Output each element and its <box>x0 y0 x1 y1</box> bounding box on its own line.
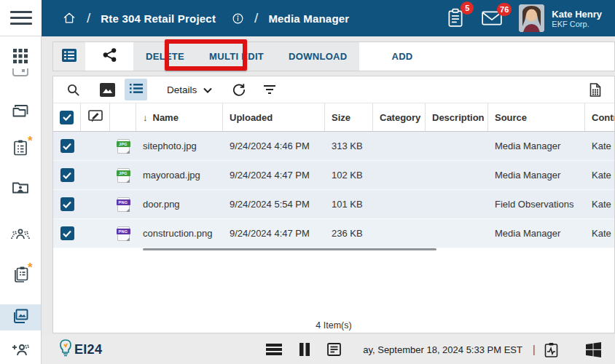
column-header-category[interactable]: Category <box>373 103 426 131</box>
delete-button[interactable]: DELETE <box>133 42 197 71</box>
file-description <box>426 161 488 189</box>
top-navigation-bar: / Rte 304 Retail Project / Media Manager… <box>42 0 615 36</box>
mail-badge: 76 <box>497 3 512 16</box>
sidebar-item-team[interactable] <box>0 224 41 249</box>
row-checkbox[interactable] <box>60 168 74 182</box>
share-button[interactable] <box>85 42 133 71</box>
search-button[interactable] <box>66 83 80 97</box>
column-header-name[interactable]: ↓ Name <box>136 103 223 131</box>
table-row[interactable]: PNG construction.png 9/24/2024 4:47 PM 2… <box>53 219 614 248</box>
file-contributor: Kate H <box>585 219 614 248</box>
breadcrumb-page[interactable]: Media Manager <box>268 12 349 25</box>
taskbar-datetime: ay, September 18, 2024 5:33 PM EST <box>363 344 522 355</box>
file-contributor: Kate H <box>585 161 614 189</box>
file-source: Media Manager <box>488 132 585 160</box>
png-file-icon: PNG <box>117 197 130 212</box>
file-category <box>373 161 426 189</box>
view-mode-select[interactable]: Details <box>167 84 212 95</box>
partially-visible-icon <box>12 67 29 80</box>
sidebar-item-reports[interactable]: * <box>0 264 41 288</box>
tasks-badge: 5 <box>461 1 474 15</box>
column-header-size[interactable]: Size <box>325 103 373 131</box>
notification-asterisk: * <box>28 261 33 275</box>
add-person-icon <box>11 342 30 361</box>
sidebar-item-add-user[interactable] <box>0 339 41 364</box>
row-checkbox[interactable] <box>60 197 74 211</box>
row-checkbox[interactable] <box>60 226 74 240</box>
breadcrumb-project[interactable]: Rte 304 Retail Project <box>101 12 216 25</box>
table-row[interactable]: JPG sitephoto.jpg 9/24/2024 4:46 PM 313 … <box>53 132 614 161</box>
jpg-file-icon: JPG <box>117 139 130 154</box>
refresh-button[interactable] <box>232 83 246 96</box>
file-uploaded: 9/24/2024 4:47 PM <box>223 219 325 248</box>
details-view-button[interactable] <box>125 79 147 100</box>
file-name: door.png <box>136 190 223 218</box>
user-name: Kate Henry <box>552 9 602 20</box>
mail-button[interactable]: 76 <box>481 9 503 27</box>
file-category <box>373 190 426 218</box>
app-logo[interactable]: EI24 <box>58 339 102 360</box>
table-row[interactable]: PNG door.png 9/24/2024 5:54 PM 101 KB Fi… <box>53 190 614 219</box>
chevron-down-icon <box>203 84 212 95</box>
tasks-button[interactable]: 5 <box>446 8 465 28</box>
user-menu[interactable]: Kate Henry EKF Corp. <box>519 4 602 32</box>
file-size: 101 KB <box>325 190 373 218</box>
file-source: Media Manager <box>488 219 585 248</box>
folder-user-icon <box>12 180 29 197</box>
clipboard-list-icon <box>12 139 28 159</box>
horizontal-scrollbar[interactable] <box>143 248 436 250</box>
logo-text: EI24 <box>74 342 102 357</box>
selection-actions-group: DELETE MULTI EDIT DOWNLOAD <box>133 42 359 71</box>
table-header-row: ↓ Name Uploaded Size Category Descriptio… <box>53 103 614 132</box>
file-size: 313 KB <box>325 132 373 160</box>
column-header-description[interactable]: Description <box>426 103 488 131</box>
thumbnail-view-button[interactable] <box>100 83 115 97</box>
hamburger-icon <box>10 11 32 25</box>
select-all-checkbox[interactable] <box>60 111 74 124</box>
share-icon <box>103 48 117 65</box>
info-icon[interactable] <box>232 12 244 25</box>
file-contributor: Kate H <box>585 190 614 218</box>
file-description <box>426 190 488 218</box>
column-header-source[interactable]: Source <box>488 103 585 131</box>
file-uploaded: 9/24/2024 4:47 PM <box>223 161 325 189</box>
table-row[interactable]: JPG mayoroad.jpg 9/24/2024 4:47 PM 102 K… <box>53 161 614 190</box>
file-uploaded: 9/24/2024 4:46 PM <box>223 132 325 160</box>
sidebar-item-contacts-folder[interactable] <box>0 176 41 201</box>
file-description <box>426 132 488 160</box>
home-icon[interactable] <box>62 11 77 25</box>
app-menu-button[interactable] <box>0 0 42 36</box>
jpg-file-icon: JPG <box>117 168 130 183</box>
multi-edit-button[interactable]: MULTI EDIT <box>197 42 276 71</box>
export-spreadsheet-button[interactable] <box>589 83 601 97</box>
breadcrumb-separator: / <box>254 10 258 26</box>
sidebar-item-projects[interactable] <box>0 100 41 125</box>
view-mode-value: Details <box>167 84 197 95</box>
lightbulb-logo-icon <box>58 339 74 360</box>
taskbar-menu-button[interactable] <box>266 344 282 355</box>
column-header-uploaded[interactable]: Uploaded <box>223 103 325 131</box>
download-button[interactable]: DOWNLOAD <box>276 42 359 71</box>
activity-monitor-button[interactable] <box>544 342 558 357</box>
row-checkbox[interactable] <box>60 139 74 153</box>
sidebar-item-partial[interactable] <box>0 67 41 80</box>
media-stack-icon <box>12 308 29 327</box>
people-group-icon <box>11 228 30 245</box>
annotation-column-icon[interactable] <box>88 110 103 124</box>
file-size: 236 KB <box>325 219 373 248</box>
windows-start-button[interactable] <box>586 342 601 357</box>
file-name: mayoroad.jpg <box>136 161 223 189</box>
sidebar-item-apps[interactable] <box>0 45 41 70</box>
file-contributor: Kate H <box>585 132 614 160</box>
list-view-toggle[interactable] <box>53 42 85 71</box>
breadcrumb: / Rte 304 Retail Project / Media Manager <box>42 10 349 26</box>
column-header-contributor[interactable]: Contri <box>585 103 614 131</box>
file-description <box>426 219 488 248</box>
pause-button[interactable] <box>299 343 310 356</box>
add-button[interactable]: ADD <box>379 42 425 71</box>
action-toolbar: DELETE MULTI EDIT DOWNLOAD ADD <box>52 41 615 71</box>
log-document-button[interactable] <box>327 343 341 356</box>
filter-button[interactable] <box>263 84 276 95</box>
sidebar-item-tasks[interactable]: * <box>0 137 41 162</box>
sidebar-item-media-manager[interactable] <box>0 304 41 331</box>
